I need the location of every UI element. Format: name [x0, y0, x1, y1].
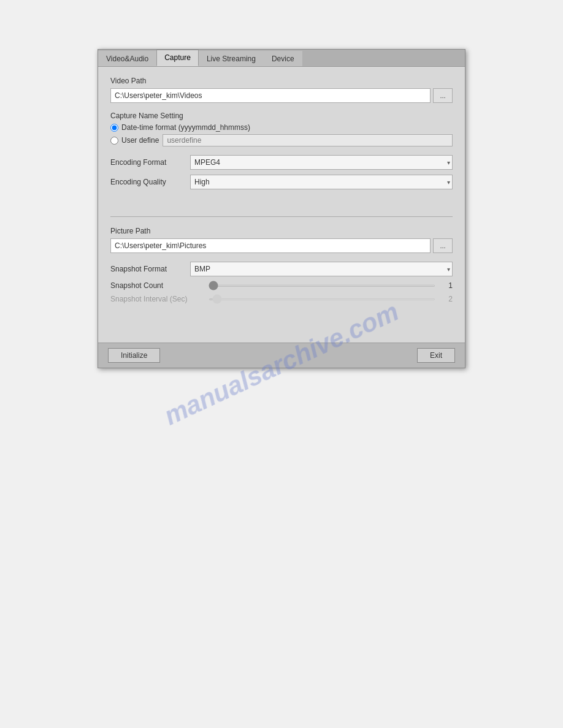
capture-name-section: Capture Name Setting Date-time format (y…: [110, 112, 453, 146]
tab-capture[interactable]: Capture: [156, 50, 199, 66]
main-dialog: Video&Audio Capture Live Streaming Devic…: [98, 49, 465, 368]
tab-live-streaming[interactable]: Live Streaming: [199, 51, 264, 66]
initialize-button[interactable]: Initialize: [108, 348, 160, 363]
encoding-format-select[interactable]: MPEG4 AVI MP4: [190, 155, 453, 170]
snapshot-interval-slider-wrapper: 2: [209, 295, 453, 303]
snapshot-count-slider-wrapper: 1: [209, 281, 453, 290]
snapshot-format-select[interactable]: BMP JPEG PNG: [190, 262, 453, 276]
tab-bar: Video&Audio Capture Live Streaming Devic…: [98, 50, 465, 67]
exit-button[interactable]: Exit: [417, 348, 455, 363]
picture-browse-button[interactable]: ...: [433, 238, 453, 253]
snapshot-format-wrapper: BMP JPEG PNG ▾: [190, 262, 453, 276]
snapshot-interval-label: Snapshot Interval (Sec): [110, 295, 209, 303]
date-time-label[interactable]: Date-time format (yyyymmdd_hhmmss): [121, 123, 250, 132]
snapshot-format-label: Snapshot Format: [110, 265, 190, 273]
video-browse-button[interactable]: ...: [433, 88, 453, 103]
encoding-quality-wrapper: High Medium Low ▾: [190, 175, 453, 189]
tab-content: Video Path ... Capture Name Setting Date…: [98, 67, 465, 343]
video-path-row: ...: [110, 88, 453, 103]
user-define-input[interactable]: [163, 134, 453, 146]
user-define-label[interactable]: User define: [121, 136, 159, 145]
snapshot-interval-slider: [209, 298, 435, 300]
video-path-label: Video Path: [110, 77, 453, 85]
snapshot-count-row: Snapshot Count 1: [110, 281, 453, 290]
encoding-format-label: Encoding Format: [110, 158, 190, 167]
video-path-input[interactable]: [110, 88, 431, 103]
encoding-quality-row: Encoding Quality High Medium Low ▾: [110, 175, 453, 189]
bottom-bar: Initialize Exit: [98, 343, 465, 368]
date-time-radio[interactable]: [110, 124, 118, 132]
encoding-format-row: Encoding Format MPEG4 AVI MP4 ▾: [110, 155, 453, 170]
section-divider: [110, 216, 453, 217]
snapshot-interval-value: 2: [440, 295, 453, 303]
date-time-radio-row: Date-time format (yyyymmdd_hhmmss): [110, 123, 453, 132]
user-define-radio-row: User define: [110, 134, 453, 146]
snapshot-interval-row: Snapshot Interval (Sec) 2: [110, 295, 453, 303]
snapshot-count-label: Snapshot Count: [110, 281, 209, 290]
encoding-format-wrapper: MPEG4 AVI MP4 ▾: [190, 155, 453, 170]
snapshot-count-value: 1: [440, 281, 453, 290]
picture-path-row: ...: [110, 238, 453, 253]
tab-device[interactable]: Device: [264, 51, 302, 66]
snapshot-count-slider[interactable]: [209, 285, 435, 287]
encoding-quality-select[interactable]: High Medium Low: [190, 175, 453, 189]
user-define-radio[interactable]: [110, 137, 118, 145]
picture-path-input[interactable]: [110, 238, 431, 253]
picture-path-label: Picture Path: [110, 227, 453, 235]
tab-video-audio[interactable]: Video&Audio: [98, 51, 156, 66]
snapshot-format-row: Snapshot Format BMP JPEG PNG ▾: [110, 262, 453, 276]
encoding-quality-label: Encoding Quality: [110, 178, 190, 186]
capture-name-title: Capture Name Setting: [110, 112, 453, 120]
